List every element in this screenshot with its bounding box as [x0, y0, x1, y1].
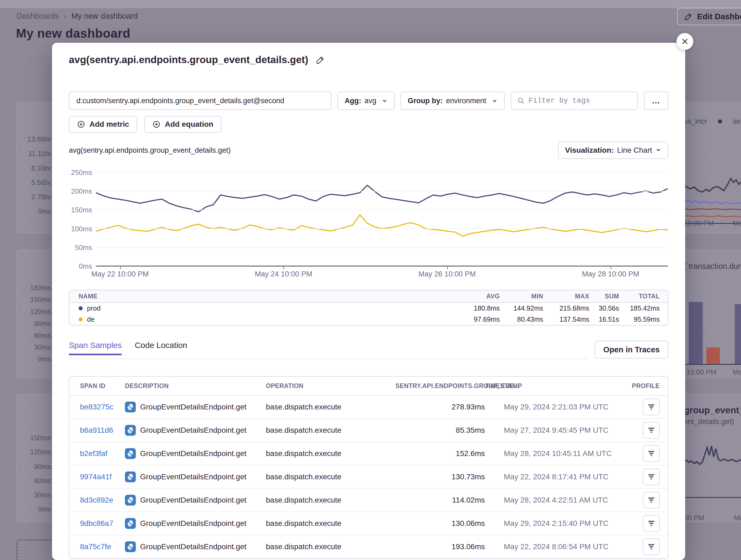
add-metric-button[interactable]: Add metric	[69, 116, 137, 133]
ytick: 0ms	[16, 207, 51, 216]
more-options-button[interactable]: …	[644, 91, 668, 110]
profile-button[interactable]	[643, 515, 660, 532]
span-operation: base.dispatch.execute	[266, 496, 395, 504]
groupby-dropdown[interactable]: Group by: environment	[401, 91, 504, 110]
page-title: My new dashboard	[16, 26, 130, 41]
tab-span-samples[interactable]: Span Samples	[69, 341, 122, 355]
add-metric-label: Add metric	[89, 120, 129, 129]
metric-query-input[interactable]: d:custom/sentry.api.endpoints.group_even…	[69, 91, 331, 110]
summary-col-total: TOTAL	[619, 293, 660, 300]
summary-table-row: de 97.69ms 80.43ms 137.54ms 16.51s 95.59…	[69, 314, 668, 325]
span-duration-value: 130.06ms	[395, 519, 485, 528]
span-operation: base.dispatch.execute	[266, 403, 395, 411]
metric-details-modal: avg(sentry.api.endpoints.group_event_det…	[52, 43, 685, 560]
visualization-dropdown[interactable]: Visualization: Line Chart	[558, 142, 668, 159]
ytick: 180ms	[16, 284, 51, 292]
chevron-down-icon	[382, 98, 388, 104]
visualization-label: Visualization:	[565, 146, 614, 155]
y-axis-tick-label: 250ms	[69, 168, 92, 177]
series-name: prod	[87, 304, 100, 312]
ytick: 30ms	[16, 491, 51, 499]
metric-line-chart[interactable]: 0ms50ms100ms150ms200ms250msMay 22 10:00 …	[69, 172, 668, 278]
span-timestamp: May 22, 2024 8:17:41 PM UTC	[485, 473, 620, 481]
span-duration-value: 193.06ms	[395, 542, 485, 551]
xlabel: 00 PM	[684, 514, 704, 522]
x-axis-tick	[283, 267, 284, 269]
summary-table-row: prod 180.8ms 144.92ms 215.68ms 30.56s 18…	[69, 303, 668, 314]
tag-filter-input[interactable]	[529, 97, 631, 105]
series-avg: 97.69ms	[459, 315, 500, 323]
span-timestamp: May 27, 2024 9:45:45 PM UTC	[485, 426, 620, 434]
agg-value: avg	[364, 97, 377, 105]
series-sum: 30.56s	[589, 304, 619, 312]
breadcrumb: Dashboards › My new dashboard	[16, 11, 138, 20]
y-axis-tick-label: 150ms	[69, 206, 92, 214]
profile-button[interactable]	[643, 492, 660, 508]
span-id-link[interactable]: 9974a41f	[80, 473, 125, 481]
span-id-link[interactable]: 8a75c7fe	[80, 542, 125, 551]
span-duration-value: 152.6ms	[395, 449, 485, 458]
ytick: 11.11hr	[16, 150, 51, 158]
span-timestamp: May 29, 2024 2:15:40 PM UTC	[485, 519, 620, 528]
span-sample-row: b2ef3faf GroupEventDetailsEndpoint.get b…	[69, 442, 668, 466]
series-total: 95.59ms	[619, 315, 660, 323]
tab-code-location[interactable]: Code Location	[135, 341, 187, 355]
span-id-link[interactable]: b2ef3faf	[80, 449, 125, 458]
add-equation-button[interactable]: Add equation	[144, 116, 221, 133]
y-axis-tick-label: 50ms	[69, 243, 92, 252]
x-axis-line	[96, 266, 668, 266]
samples-col-metric-value: SENTRY.API.ENDPOINTS.GROUP_EVE...	[395, 382, 485, 390]
span-duration-value: 114.02ms	[395, 496, 485, 504]
modal-title: avg(sentry.api.endpoints.group_event_det…	[69, 54, 308, 66]
profile-flamegraph-icon	[648, 473, 655, 481]
breadcrumb-dashboards[interactable]: Dashboards	[16, 12, 59, 20]
python-icon	[125, 448, 136, 459]
span-id-link[interactable]: 9dbc86a7	[80, 519, 125, 528]
edit-title-pencil-icon[interactable]	[316, 55, 325, 65]
series-min: 80.43ms	[500, 315, 543, 323]
samples-table-header: SPAN IDDESCRIPTIONOPERATIONSENTRY.API.EN…	[69, 377, 668, 396]
span-id-link[interactable]: b6a911d6	[80, 426, 125, 434]
x-axis-tick	[120, 267, 121, 269]
series-name: de	[87, 315, 94, 323]
x-axis-tick-label: May 22 10:00 PM	[91, 270, 149, 278]
profile-button[interactable]	[643, 445, 660, 462]
edit-dashboard-button[interactable]: Edit Dashboard	[677, 8, 741, 25]
legend-dot	[718, 119, 722, 124]
edit-dashboard-label: Edit Dashboard	[697, 12, 741, 21]
gridline	[96, 229, 668, 229]
groupby-label: Group by:	[408, 97, 443, 105]
visualization-value: Line Chart	[617, 146, 652, 155]
profile-button[interactable]	[643, 538, 660, 555]
agg-dropdown[interactable]: Agg: avg	[337, 91, 395, 110]
profile-flamegraph-icon	[648, 496, 655, 504]
ytick: 13.89hr	[16, 135, 51, 144]
profile-flamegraph-icon	[648, 543, 655, 551]
chevron-down-icon	[492, 98, 497, 104]
profile-button[interactable]	[643, 399, 660, 415]
close-modal-button[interactable]	[676, 33, 693, 50]
profile-button[interactable]	[643, 469, 660, 485]
breadcrumb-separator: ›	[64, 11, 66, 20]
open-in-traces-button[interactable]: Open in Traces	[595, 341, 668, 358]
span-sample-row: 9974a41f GroupEventDetailsEndpoint.get b…	[69, 466, 668, 489]
chart-plot-area	[96, 172, 668, 266]
span-operation: base.dispatch.execute	[266, 449, 395, 458]
span-sample-row: b6a911d6 GroupEventDetailsEndpoint.get b…	[69, 419, 668, 442]
bg-legend-item: ss_incr	[684, 117, 707, 126]
span-id-link[interactable]: 8d3c892e	[80, 496, 125, 504]
bg-legend-item: sentry.t	[733, 117, 741, 126]
profile-flamegraph-icon	[648, 403, 655, 411]
series-line-de	[96, 215, 668, 236]
y-axis-tick-label: 100ms	[69, 225, 92, 233]
bg-widget-title: group_event_	[684, 405, 741, 415]
span-id-link[interactable]: be83275c	[80, 403, 125, 411]
series-total: 185.42ms	[619, 304, 660, 312]
xlabel: May 26	[734, 514, 741, 522]
search-icon	[517, 97, 525, 104]
groupby-value: environment	[446, 97, 486, 105]
profile-button[interactable]	[643, 422, 660, 439]
ytick: 90ms	[16, 463, 51, 471]
tag-filter-field[interactable]	[511, 91, 638, 110]
samples-col-operation: OPERATION	[266, 382, 395, 390]
